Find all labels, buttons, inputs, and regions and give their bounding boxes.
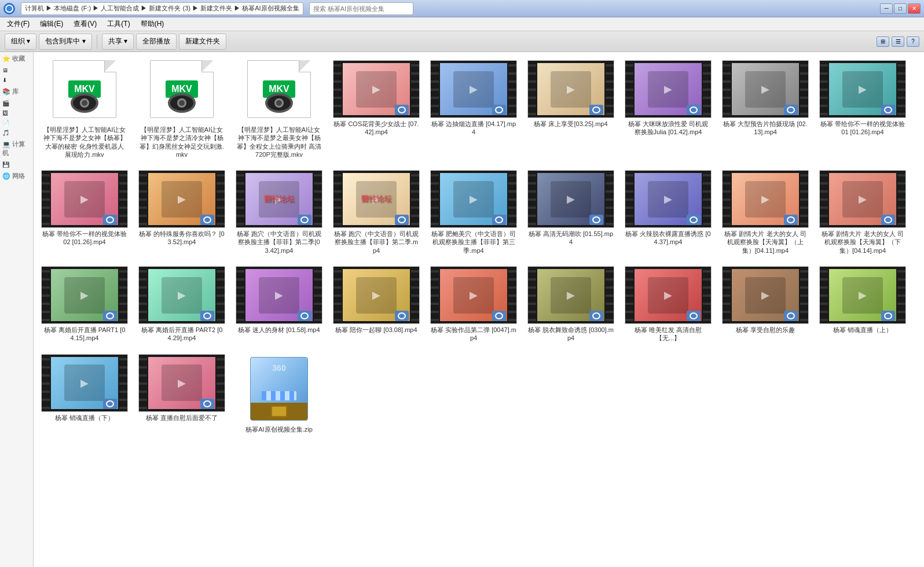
file-thumb: ▶ [430, 266, 517, 324]
sidebar-item-drive[interactable]: 💾 [0, 160, 33, 170]
menu-file[interactable]: 文件(F) [2, 18, 34, 30]
file-item[interactable]: ▶ 杨幂 肥鲍美穴（中文语音）司机观察换脸主播【菲菲】第三季.mp4 [427, 167, 520, 258]
file-label: 杨幂 大型预告片拍摄现场 [02.13].mp4 [723, 120, 808, 137]
file-item[interactable]: ▶ 杨幂 直播自慰后面爱不了 [135, 351, 228, 437]
share-button[interactable]: 共享 ▾ [102, 34, 134, 50]
title-bar: 计算机 ▶ 本地磁盘 (F:) ▶ 人工智能合成 ▶ 新建文件夹 (3) ▶ 新… [0, 0, 924, 17]
mkv-icon-container: MKV [241, 60, 317, 124]
file-item[interactable]: MKV 【明星淫梦】人工智能AI让女神下海不是梦之最美女神【杨幂】全程女上位骑乘… [233, 57, 325, 162]
file-item[interactable]: ▶ 杨幂 带给你不一样的视觉体验 01 [01.26].mp4 [816, 57, 909, 162]
file-item[interactable]: ▶ 杨幂 销魂直播（下） [38, 351, 131, 437]
sidebar-item-video[interactable]: 🎬 [0, 98, 33, 108]
play-all-button[interactable]: 全部播放 [136, 34, 177, 50]
zip-icon-container: 360 [241, 354, 317, 424]
camera-icon [200, 311, 214, 321]
minimize-button[interactable]: ─ [880, 3, 893, 14]
camera-icon [784, 215, 798, 225]
file-item[interactable]: ▶ 杨幂 剧情大片 老大的女人 司机观察换脸【天海翼】（下集）[04.14].m… [816, 167, 909, 258]
file-item[interactable]: ▶ 杨幂 床上享受[03.25].mp4 [525, 57, 617, 162]
sidebar-item-picture[interactable]: 🖼 [0, 108, 33, 118]
pack-button[interactable]: 包含到库中 ▾ [39, 34, 91, 50]
camera-icon [589, 215, 603, 225]
camera-icon [200, 215, 214, 225]
file-item[interactable]: ▶ 醫性论坛 杨幂 跑穴（中文语音）司机观察换脸主播【菲菲】第二季[03.42]… [233, 167, 325, 258]
file-label: 杨幂 唯美红发 高清自慰【无...】 [625, 326, 711, 343]
file-item[interactable]: ▶ 杨幂 COS花背美少女战士 [07.42].mp4 [330, 57, 423, 162]
sidebar-item-desktop[interactable]: 🖥 [0, 65, 33, 75]
file-label: 【明星淫梦】人工智能AI让女神下海不是梦之清冷女神【杨幂】幻身黑丝女神足交玩刺激… [139, 126, 225, 159]
sidebar-item-doc[interactable]: 📄 [0, 118, 33, 128]
file-item[interactable]: ▶ 杨幂 大型预告片拍摄现场 [02.13].mp4 [719, 57, 812, 162]
file-label: 杨幂 剧情大片 老大的女人 司机观察换脸【天海翼】（上集）[04.11].mp4 [723, 230, 808, 255]
file-thumb: ▶ [333, 60, 420, 118]
camera-icon [784, 311, 798, 321]
menu-view[interactable]: 查看(V) [69, 18, 101, 30]
camera-icon [784, 105, 798, 115]
new-folder-button[interactable]: 新建文件夹 [179, 34, 226, 50]
file-item[interactable]: ▶ 杨幂 迷人的身材 [01.58].mp4 [233, 263, 325, 346]
file-item[interactable]: ▶ 杨幂 实验作品第二弹 [0047].mp4 [427, 263, 520, 346]
file-label: 杨幂 脱衣舞致命诱惑 [0300].mp4 [528, 326, 614, 343]
view-list-button[interactable]: ☰ [892, 36, 904, 47]
help-icon-button[interactable]: ? [907, 36, 919, 47]
file-item[interactable]: ▶ 杨幂 陪你一起聊 [03.08].mp4 [330, 263, 423, 346]
camera-icon [589, 105, 603, 115]
file-item[interactable]: MKV 【明星淫梦】人工智能AI让女神下海不是梦之清冷女神【杨幂】幻身黑丝女神足… [135, 57, 228, 162]
search-input[interactable] [309, 2, 413, 15]
sidebar-item-download[interactable]: ⬇ [0, 75, 33, 85]
maximize-button[interactable]: □ [894, 3, 907, 14]
file-item[interactable]: ▶ 杨幂 大咪咪放浪性爱 司机观察换脸Julia [01.42].mp4 [622, 57, 714, 162]
file-label: 杨幂 边抽烟边直播 [04.17].mp4 [431, 120, 516, 137]
organize-button[interactable]: 组织 ▾ [5, 34, 36, 50]
camera-icon [881, 215, 895, 225]
sidebar-item-music[interactable]: 🎵 [0, 128, 33, 138]
camera-icon [492, 311, 506, 321]
file-thumb: ▶ [819, 60, 906, 118]
menu-edit[interactable]: 编辑(E) [35, 18, 68, 30]
file-item[interactable]: 360 杨幂AI原创视频全集.zip [233, 351, 325, 437]
file-label: 杨幂 直播自慰后面爱不了 [146, 414, 218, 422]
file-item[interactable]: ▶ 杨幂 的特殊服务你喜欢吗？ [03.52].mp4 [135, 167, 228, 258]
file-item[interactable]: ▶ 杨幂 剧情大片 老大的女人 司机观察换脸【天海翼】（上集）[04.11].m… [719, 167, 812, 258]
file-item[interactable]: ▶ 杨幂 离婚后开直播 PART2 [04.29].mp4 [135, 263, 228, 346]
file-item[interactable]: ▶ 杨幂 火辣脱衣裸露直播诱惑 [04.37].mp4 [622, 167, 714, 258]
zip-360-label: 360 [272, 363, 285, 373]
file-label: 杨幂 跑穴（中文语音）司机观察换脸主播【菲菲】第二季[03.42].mp4 [236, 230, 322, 255]
file-item[interactable]: ▶ 杨幂 高清无码潮吹 [01.55].mp4 [525, 167, 617, 258]
file-thumb: ▶ 醫性论坛 [333, 170, 420, 228]
main-container: ⭐ 收藏 🖥 ⬇ 📚 库 🎬 🖼 📄 🎵 💻 计算机 💾 🌐 网络 MKV [0, 52, 924, 567]
view-icon-button[interactable]: ⊞ [877, 36, 889, 47]
file-item[interactable]: ▶ 醫性论坛 杨幂 跑穴（中文语音）司机观察换脸主播【菲菲】第二季.mp4 [330, 167, 423, 258]
file-thumb: ▶ [236, 266, 322, 324]
file-item[interactable]: MKV 【明星淫梦】人工智能AI让女神下海不是梦之女神【杨幂】大幂的秘密 化身性… [38, 57, 131, 162]
file-label: 杨幂 带给你不一样的视觉体验 01 [01.26].mp4 [820, 120, 905, 137]
file-item[interactable]: ▶ 杨幂 销魂直播（上） [816, 263, 909, 346]
camera-icon [881, 311, 895, 321]
file-item[interactable]: ▶ 杨幂 唯美红发 高清自慰【无...】 [622, 263, 714, 346]
file-label: 【明星淫梦】人工智能AI让女神下海不是梦之最美女神【杨幂】全程女上位骑乘内时 高… [236, 126, 322, 159]
file-item[interactable]: ▶ 杨幂 享受自慰的乐趣 [719, 263, 812, 346]
menu-help[interactable]: 帮助(H) [136, 18, 169, 30]
title-bar-left: 计算机 ▶ 本地磁盘 (F:) ▶ 人工智能合成 ▶ 新建文件夹 (3) ▶ 新… [3, 2, 413, 15]
file-thumb: ▶ [625, 266, 712, 324]
file-label: 杨幂 离婚后开直播 PART2 [04.29].mp4 [139, 326, 225, 343]
view-controls: ⊞ ☰ ? [877, 36, 919, 47]
file-label: 杨幂 离婚后开直播 PART1 [04.15].mp4 [42, 326, 127, 343]
file-label: 杨幂 实验作品第二弹 [0047].mp4 [431, 326, 516, 343]
file-thumb: ▶ [138, 170, 225, 228]
address-bar[interactable]: 计算机 ▶ 本地磁盘 (F:) ▶ 人工智能合成 ▶ 新建文件夹 (3) ▶ 新… [21, 2, 303, 15]
file-item[interactable]: ▶ 杨幂 离婚后开直播 PART1 [04.15].mp4 [38, 263, 131, 346]
file-thumb: ▶ [722, 60, 809, 118]
file-item[interactable]: ▶ 杨幂 带给你不一样的视觉体验 02 [01.26].mp4 [38, 167, 131, 258]
camera-icon [687, 311, 701, 321]
close-button[interactable]: ✕ [908, 3, 921, 14]
toolbar: 组织 ▾ 包含到库中 ▾ 共享 ▾ 全部播放 新建文件夹 ⊞ ☰ ? [0, 31, 924, 52]
camera-icon [103, 311, 117, 321]
file-label: 杨幂 迷人的身材 [01.58].mp4 [238, 326, 320, 334]
file-item[interactable]: ▶ 杨幂 边抽烟边直播 [04.17].mp4 [427, 57, 520, 162]
file-thumb: ▶ [625, 170, 712, 228]
menu-tools[interactable]: 工具(T) [102, 18, 134, 30]
file-label: 杨幂 高清无码潮吹 [01.55].mp4 [528, 230, 614, 246]
file-thumb: ▶ [41, 354, 128, 412]
file-item[interactable]: ▶ 杨幂 脱衣舞致命诱惑 [0300].mp4 [525, 263, 617, 346]
